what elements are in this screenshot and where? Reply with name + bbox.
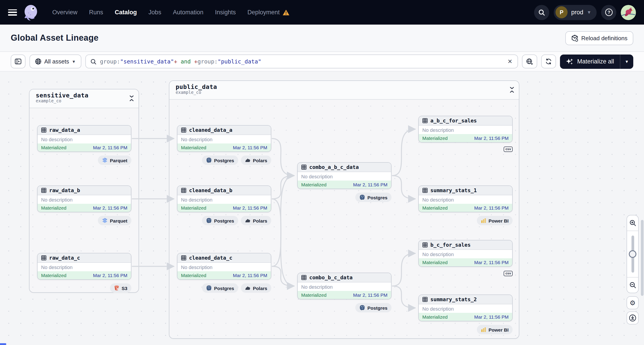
- tag-polars[interactable]: Polars: [241, 216, 271, 225]
- tag-polars[interactable]: Polars: [241, 156, 271, 165]
- nav-item-automation[interactable]: Automation: [168, 6, 208, 18]
- postgres-icon: [359, 305, 365, 310]
- asset-node-combo_a_b_c_data[interactable]: combo_a_b_c_data No description Material…: [297, 162, 392, 189]
- vertical-scrollbar[interactable]: [641, 72, 644, 344]
- node-tags-combo_b_c_data: Postgres: [297, 303, 392, 312]
- tag-s3[interactable]: S3: [110, 283, 132, 293]
- tag-csv[interactable]: csv: [504, 270, 512, 277]
- materialized-status: Materialized: [422, 205, 448, 210]
- asset-node-summary_stats_2[interactable]: summary_stats_2 No description Materiali…: [418, 294, 512, 321]
- asset-node-cleaned_data_a[interactable]: cleaned_data_a No description Materializ…: [177, 125, 271, 152]
- materialized-time[interactable]: Mar 2, 11:56 PM: [93, 272, 127, 278]
- tag-polars[interactable]: Polars: [241, 283, 271, 293]
- environment-switcher[interactable]: P prod ▼: [554, 5, 597, 20]
- node-status-row: Materialized Mar 2, 11:56 PM: [38, 144, 131, 152]
- materialize-options-caret[interactable]: ▼: [620, 54, 633, 68]
- s3-icon: [114, 285, 119, 291]
- materialized-status: Materialized: [181, 145, 206, 150]
- materialized-time[interactable]: Mar 2, 11:56 PM: [353, 292, 388, 298]
- tag-parquet[interactable]: Parquet: [98, 216, 132, 225]
- asset-node-raw_data_a[interactable]: raw_data_a No description Materialized M…: [37, 125, 132, 152]
- zoom-in-icon: [629, 220, 636, 226]
- asset-node-a_b_c_for_sales[interactable]: a_b_c_for_sales No description Materiali…: [418, 116, 512, 142]
- asset-node-raw_data_c[interactable]: raw_data_c No description Materialized M…: [37, 253, 132, 280]
- tag-postgres[interactable]: Postgres: [202, 216, 238, 225]
- download-view-button[interactable]: [626, 312, 639, 324]
- materialized-time[interactable]: Mar 2, 11:56 PM: [474, 260, 508, 265]
- asset-filter-dropdown[interactable]: All assets ▼: [30, 54, 81, 68]
- node-name: raw_data_a: [49, 127, 80, 133]
- reload-definitions-button[interactable]: Reload definitions: [565, 31, 633, 45]
- materialized-time[interactable]: Mar 2, 11:56 PM: [474, 314, 508, 320]
- tag-postgres[interactable]: Postgres: [202, 156, 238, 165]
- materialized-time[interactable]: Mar 2, 11:56 PM: [474, 136, 508, 141]
- tag-parquet[interactable]: Parquet: [98, 156, 132, 165]
- zoom-out-button[interactable]: [627, 278, 638, 293]
- materialized-status: Materialized: [41, 205, 66, 210]
- edge-combo_b_c_data-to-b_c_for_sales: [392, 254, 415, 286]
- nav-item-jobs[interactable]: Jobs: [144, 6, 166, 18]
- tag-label: Parquet: [110, 218, 127, 223]
- asset-node-b_c_for_sales[interactable]: b_c_for_sales No description Materialize…: [418, 240, 512, 267]
- expand-panel-button[interactable]: [11, 54, 26, 68]
- nav-item-catalog[interactable]: Catalog: [110, 6, 142, 18]
- horizontal-scroll-indicator[interactable]: [0, 343, 6, 345]
- asset-search-input[interactable]: group:"sensitive_data"+ and +group:"publ…: [85, 54, 518, 68]
- new-asset-group-button[interactable]: [522, 54, 538, 68]
- asset-node-cleaned_data_b[interactable]: cleaned_data_b No description Materializ…: [177, 186, 271, 212]
- node-description: No description: [419, 304, 512, 313]
- search-icon[interactable]: [534, 5, 549, 20]
- materialized-time[interactable]: Mar 2, 11:56 PM: [233, 205, 267, 210]
- polars-icon: [245, 218, 251, 223]
- nav-item-insights[interactable]: Insights: [210, 6, 241, 18]
- dagster-logo-icon[interactable]: [23, 4, 39, 21]
- nav-item-overview[interactable]: Overview: [47, 6, 82, 18]
- node-name: raw_data_b: [49, 187, 80, 194]
- materialized-time[interactable]: Mar 2, 11:56 PM: [233, 145, 267, 150]
- asset-node-raw_data_b[interactable]: raw_data_b No description Materialized M…: [37, 186, 132, 212]
- tag-label: Polars: [253, 285, 267, 291]
- materialized-time[interactable]: Mar 2, 11:56 PM: [233, 272, 267, 278]
- nav-item-label: Overview: [52, 9, 78, 16]
- tag-power-bi[interactable]: Power BI: [477, 216, 512, 225]
- node-header: summary_stats_2: [419, 295, 512, 304]
- node-status-row: Materialized Mar 2, 11:56 PM: [178, 271, 271, 279]
- zoom-slider-thumb[interactable]: [629, 250, 636, 258]
- materialized-time[interactable]: Mar 2, 11:56 PM: [474, 205, 508, 210]
- tag-postgres[interactable]: Postgres: [355, 192, 392, 202]
- materialized-time[interactable]: Mar 2, 11:56 PM: [353, 182, 388, 187]
- scrollbar-thumb[interactable]: [641, 220, 644, 296]
- menu-icon[interactable]: [8, 9, 17, 16]
- table-icon: [422, 118, 428, 123]
- nav-item-deployment[interactable]: Deployment: [242, 6, 294, 18]
- materialized-status: Materialized: [181, 205, 206, 210]
- tag-postgres[interactable]: Postgres: [202, 283, 238, 293]
- asset-node-cleaned_data_c[interactable]: cleaned_data_c No description Materializ…: [177, 253, 271, 280]
- tag-power-bi[interactable]: Power BI: [477, 325, 512, 334]
- node-description: No description: [178, 195, 271, 204]
- globe-icon: [35, 58, 42, 65]
- chevron-down-icon: ▼: [587, 10, 591, 15]
- materialized-time[interactable]: Mar 2, 11:56 PM: [93, 145, 127, 150]
- edge-combo_b_c_data-to-summary_stats_2: [392, 286, 415, 308]
- asset-node-summary_stats_1[interactable]: summary_stats_1 No description Materiali…: [418, 186, 512, 212]
- graph-settings-button[interactable]: ⚙: [626, 296, 639, 309]
- materialized-time[interactable]: Mar 2, 11:56 PM: [93, 205, 127, 210]
- clear-search-icon[interactable]: ✕: [506, 58, 513, 65]
- download-icon: [629, 314, 636, 322]
- tag-csv[interactable]: csv: [504, 146, 512, 152]
- asset-node-combo_b_c_data[interactable]: combo_b_c_data No description Materializ…: [297, 272, 392, 300]
- tag-postgres[interactable]: Postgres: [355, 303, 392, 312]
- table-icon: [301, 164, 306, 170]
- nav-item-runs[interactable]: Runs: [84, 6, 108, 18]
- materialize-all-button[interactable]: Materialize all ▼: [560, 54, 633, 68]
- help-icon[interactable]: ?: [601, 5, 616, 20]
- node-status-row: Materialized Mar 2, 11:56 PM: [419, 313, 512, 321]
- refresh-button[interactable]: [542, 54, 556, 68]
- lineage-canvas[interactable]: sensitive_data example_co public_data ex…: [0, 72, 644, 345]
- node-tags-a_b_c_for_sales: csv: [418, 146, 512, 152]
- user-avatar[interactable]: [621, 5, 636, 20]
- zoom-slider[interactable]: [627, 230, 638, 278]
- postgres-icon: [359, 194, 365, 200]
- zoom-in-button[interactable]: [627, 216, 638, 230]
